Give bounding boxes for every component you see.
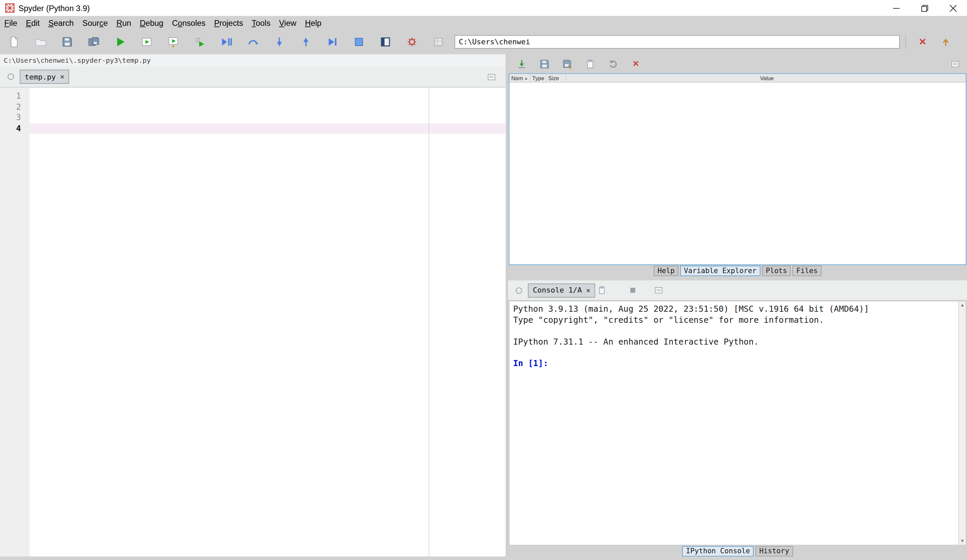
tab-ipython-console[interactable]: IPython Console	[682, 545, 754, 556]
maximize-pane-icon	[380, 36, 392, 48]
options-menu-icon	[487, 72, 496, 81]
save-all-button[interactable]	[83, 31, 104, 52]
column-header-name[interactable]: Nam ▲	[509, 74, 530, 82]
tab-close-icon[interactable]: ✕	[586, 286, 590, 294]
menu-tools[interactable]: Tools	[248, 17, 275, 29]
preferences-button[interactable]	[401, 31, 422, 52]
scroll-up-icon[interactable]: ▲	[961, 301, 964, 309]
column-header-type[interactable]: Type	[530, 74, 546, 82]
maximize-restore-button[interactable]	[910, 0, 939, 16]
tab-plots[interactable]: Plots	[762, 265, 791, 276]
variable-explorer-pane: ✕ Nam ▲	[508, 54, 967, 276]
close-icon	[949, 5, 956, 12]
preferences-icon	[406, 36, 418, 48]
browse-tabs-icon	[7, 73, 15, 81]
browse-tabs-button[interactable]	[512, 283, 525, 297]
run-selection-button[interactable]	[190, 31, 210, 52]
minimize-icon	[893, 5, 899, 12]
tab-files[interactable]: Files	[793, 265, 822, 276]
working-directory-input[interactable]	[455, 35, 900, 49]
menu-consoles[interactable]: Consoles	[168, 17, 210, 29]
step-into-button[interactable]	[269, 31, 290, 52]
save-data-button[interactable]	[536, 56, 553, 72]
debug-file-button[interactable]	[216, 31, 237, 52]
horizontal-splitter[interactable]	[508, 276, 967, 280]
status-bar	[0, 557, 967, 560]
stop-debug-button[interactable]	[348, 31, 369, 52]
editor-pane: C:\Users\chenwei\.spyder-py3\temp.py tem…	[0, 54, 506, 557]
browse-tabs-icon	[515, 286, 523, 294]
menu-debug[interactable]: Debug	[135, 17, 168, 29]
import-data-icon	[516, 58, 527, 69]
minimize-button[interactable]	[882, 0, 910, 16]
column-header-value[interactable]: Value	[566, 74, 965, 82]
main-toolbar: ✕	[0, 30, 967, 54]
menu-view[interactable]: View	[275, 17, 300, 29]
variable-table-body[interactable]	[509, 82, 965, 264]
environment-button[interactable]	[428, 31, 449, 52]
maximize-pane-button[interactable]	[375, 31, 396, 52]
remove-variable-button[interactable]: ✕	[627, 56, 644, 72]
browse-directory-button[interactable]: ✕	[914, 33, 931, 50]
run-cell-advance-icon	[167, 36, 180, 48]
save-data-as-button[interactable]	[559, 56, 576, 72]
ipython-console-output[interactable]: Python 3.9.13 (main, Aug 25 2022, 23:51:…	[509, 301, 966, 545]
paste-data-button[interactable]	[582, 56, 599, 72]
console-line: IPython 7.31.1 -- An enhanced Interactiv…	[513, 336, 957, 347]
menu-help[interactable]: Help	[300, 17, 326, 29]
run-cell-button[interactable]	[136, 31, 157, 52]
tab-close-icon[interactable]: ✕	[60, 73, 64, 81]
menu-search[interactable]: Search	[44, 17, 78, 29]
variable-table[interactable]: Nam ▲ Type Size Value	[509, 74, 966, 265]
step-over-button[interactable]	[243, 31, 263, 52]
column-header-size[interactable]: Size	[546, 74, 566, 82]
step-over-icon	[247, 36, 259, 48]
editor-tab-temp-py[interactable]: temp.py ✕	[20, 70, 69, 84]
scroll-down-icon[interactable]: ▼	[961, 537, 964, 545]
console-line: Type "copyright", "credits" or "license"…	[513, 315, 957, 326]
tab-help[interactable]: Help	[654, 265, 678, 276]
refresh-icon	[607, 58, 619, 69]
import-data-button[interactable]	[513, 56, 530, 72]
column-name-label: Nam	[512, 75, 523, 81]
run-icon	[114, 36, 127, 48]
vertical-splitter[interactable]	[506, 54, 508, 557]
code-area[interactable]	[30, 87, 506, 557]
tab-variable-explorer[interactable]: Variable Explorer	[680, 265, 760, 276]
open-file-button[interactable]	[30, 31, 51, 52]
interrupt-kernel-icon	[629, 286, 637, 295]
continue-execution-button[interactable]	[322, 31, 343, 52]
line-number: 3	[0, 112, 30, 123]
menu-projects[interactable]: Projects	[210, 17, 248, 29]
step-out-button[interactable]	[295, 31, 316, 52]
code-editor[interactable]: 1 2 3 4	[0, 87, 506, 557]
current-line-highlight	[30, 123, 506, 133]
save-file-button[interactable]	[57, 31, 78, 52]
menu-run[interactable]: Run	[112, 17, 136, 29]
inspect-object-button[interactable]	[595, 283, 609, 297]
editor-tab-bar: temp.py ✕	[0, 66, 506, 87]
console-scrollbar[interactable]: ▲ ▼	[958, 301, 965, 545]
main-area: C:\Users\chenwei\.spyder-py3\temp.py tem…	[0, 54, 967, 557]
new-file-button[interactable]	[4, 31, 25, 52]
title-bar: Spyder (Python 3.9)	[0, 0, 967, 16]
menu-source[interactable]: Source	[78, 17, 112, 29]
tab-history[interactable]: History	[756, 545, 793, 556]
refresh-variables-button[interactable]	[604, 56, 622, 72]
console-tab[interactable]: Console 1/A ✕	[528, 283, 595, 297]
browse-tabs-button[interactable]	[4, 70, 17, 83]
sort-ascending-icon: ▲	[524, 76, 528, 80]
parent-directory-button[interactable]	[937, 33, 954, 50]
run-file-button[interactable]	[110, 31, 130, 52]
run-cell-advance-button[interactable]	[163, 31, 184, 52]
interrupt-kernel-button[interactable]	[626, 283, 639, 297]
console-line	[513, 347, 957, 358]
close-button[interactable]	[939, 0, 967, 16]
menu-file[interactable]: File	[0, 17, 21, 29]
variable-table-header: Nam ▲ Type Size Value	[509, 74, 965, 82]
editor-options-button[interactable]	[485, 70, 498, 83]
variable-explorer-options-button[interactable]	[949, 57, 962, 71]
console-options-button[interactable]	[652, 283, 665, 297]
step-out-icon	[300, 36, 312, 48]
menu-edit[interactable]: Edit	[21, 17, 44, 29]
